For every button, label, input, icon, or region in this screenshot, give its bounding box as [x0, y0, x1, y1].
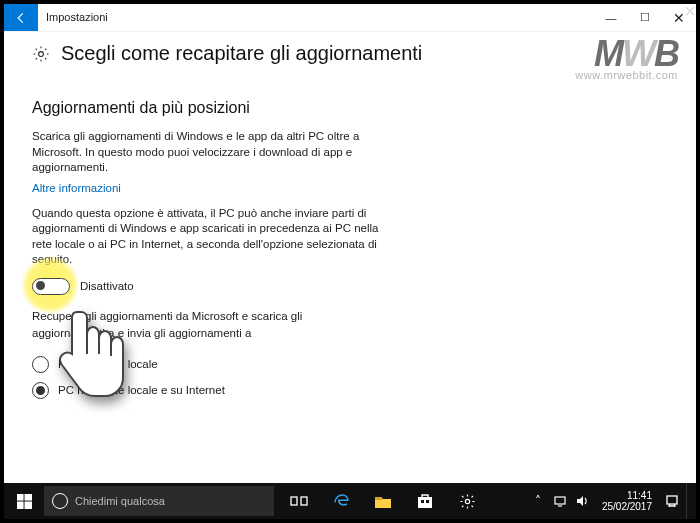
toggle-row: Disattivato: [32, 278, 668, 295]
svg-rect-12: [421, 500, 424, 503]
radio-label: PC nella rete locale: [58, 358, 158, 370]
network-icon[interactable]: [552, 493, 568, 509]
windows-icon: [17, 494, 32, 509]
search-placeholder: Chiedimi qualcosa: [75, 495, 165, 507]
store-button[interactable]: [404, 483, 446, 519]
radio-icon: [32, 382, 49, 399]
settings-window: Impostazioni — ☐ ✕ MWB www.mrwebbit.com …: [4, 4, 696, 519]
edge-button[interactable]: [320, 483, 362, 519]
clock-time: 11:41: [602, 490, 652, 501]
taskbar: Chiedimi qualcosa ˄: [4, 483, 696, 519]
lightbox-close-button[interactable]: ×: [684, 0, 696, 23]
page-title: Scegli come recapitare gli aggiornamenti: [61, 42, 422, 65]
radio-option-internet[interactable]: PC nella rete locale e su Internet: [32, 382, 668, 399]
toggle-knob: [36, 281, 45, 290]
svg-rect-15: [555, 497, 565, 504]
delivery-toggle[interactable]: [32, 278, 70, 295]
svg-rect-8: [291, 497, 297, 505]
below-toggle-a: Recupera gli aggiornamenti da Microsoft …: [32, 309, 392, 325]
svg-rect-11: [418, 497, 432, 508]
radio-option-local[interactable]: PC nella rete locale: [32, 356, 668, 373]
clock-date: 25/02/2017: [602, 501, 652, 512]
section-heading: Aggiornamenti da più posizioni: [32, 99, 668, 117]
radio-icon: [32, 356, 49, 373]
titlebar: Impostazioni — ☐ ✕: [4, 4, 696, 32]
cortana-icon: [52, 493, 68, 509]
window-controls: — ☐ ✕: [594, 4, 696, 31]
taskbar-clock[interactable]: 11:41 25/02/2017: [596, 490, 658, 512]
show-desktop-button[interactable]: [686, 483, 692, 519]
start-button[interactable]: [4, 483, 44, 519]
gear-icon: [32, 45, 50, 63]
back-button[interactable]: [4, 4, 38, 31]
svg-rect-6: [17, 501, 24, 509]
maximize-button[interactable]: ☐: [628, 4, 662, 31]
svg-rect-10: [375, 497, 382, 500]
below-toggle-b: aggiornamenti a e invia gli aggiornament…: [32, 326, 392, 342]
intro-text: Scarica gli aggiornamenti di Windows e l…: [32, 129, 392, 176]
task-view-button[interactable]: [278, 483, 320, 519]
svg-rect-7: [24, 501, 32, 509]
tray-chevron-icon[interactable]: ˄: [530, 493, 546, 509]
svg-point-0: [39, 51, 44, 56]
settings-button[interactable]: [446, 483, 488, 519]
explorer-button[interactable]: [362, 483, 404, 519]
explanation-text: Quando questa opzione è attivata, il PC …: [32, 206, 392, 268]
content-area: MWB www.mrwebbit.com Scegli come recapit…: [4, 32, 696, 483]
svg-rect-9: [301, 497, 307, 505]
svg-rect-4: [17, 494, 24, 501]
system-tray: ˄ 11:41 25/02/2017: [530, 483, 696, 519]
minimize-button[interactable]: —: [594, 4, 628, 31]
watermark-url: www.mrwebbit.com: [575, 69, 678, 81]
svg-rect-13: [426, 500, 429, 503]
window-title: Impostazioni: [38, 4, 116, 31]
taskbar-search[interactable]: Chiedimi qualcosa: [44, 486, 274, 516]
taskbar-apps: [278, 483, 488, 519]
learn-more-link[interactable]: Altre informazioni: [32, 182, 121, 194]
radio-label: PC nella rete locale e su Internet: [58, 384, 225, 396]
action-center-icon[interactable]: [664, 493, 680, 509]
volume-icon[interactable]: [574, 493, 590, 509]
svg-rect-5: [24, 494, 32, 501]
svg-rect-16: [667, 496, 677, 504]
toggle-label: Disattivato: [80, 280, 134, 292]
svg-point-14: [465, 499, 469, 503]
